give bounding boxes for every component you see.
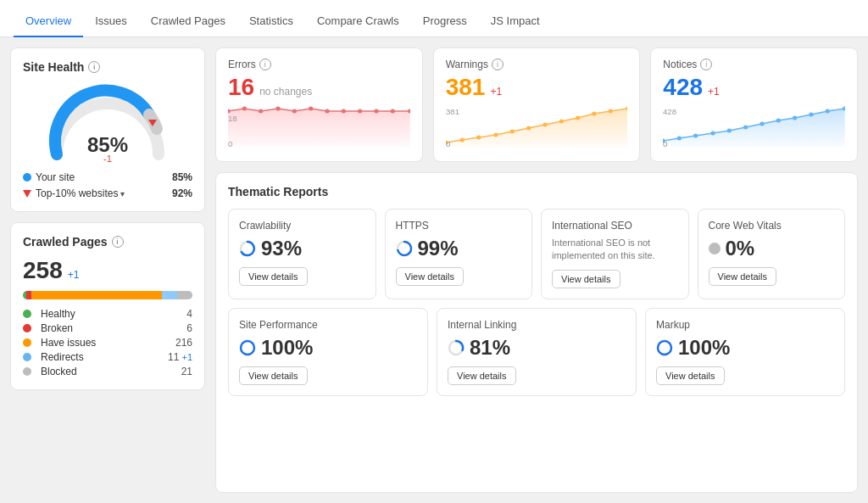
top-sites-label: Top-10% websites (36, 187, 118, 199)
core-web-vitals-pct: 0% (709, 237, 835, 260)
svg-text:0: 0 (228, 140, 232, 148)
svg-point-12 (374, 109, 378, 114)
count-blocked: 21 (181, 366, 192, 377)
notices-chart: 428 0 (663, 104, 845, 151)
tab-js-impact[interactable]: JS Impact (479, 6, 552, 37)
svg-marker-32 (663, 109, 845, 147)
label-blocked: Blocked (41, 366, 77, 377)
top-sites-legend: Top-10% websites ▾ 92% (23, 187, 192, 199)
international-seo-note: International SEO is not implemented on … (552, 237, 678, 263)
errors-label: Errors i (228, 59, 410, 70)
internal-linking-title: Internal Linking (448, 319, 626, 331)
errors-value: 16 (228, 74, 254, 101)
core-web-vitals-title: Core Web Vitals (709, 220, 835, 232)
site-performance-circle-icon (239, 339, 256, 356)
svg-point-7 (292, 109, 297, 114)
crawled-pages-card: Crawled Pages i 258 +1 (10, 222, 205, 390)
internal-linking-circle-icon (448, 339, 465, 356)
report-internal-linking: Internal Linking 81% View details (437, 308, 637, 396)
notices-label-text: Notices (663, 59, 697, 70)
stats-row: Errors i 16 no changes (215, 48, 858, 162)
svg-point-20 (476, 136, 481, 140)
svg-point-10 (342, 109, 346, 114)
notices-change: +1 (708, 86, 720, 98)
label-healthy: Healthy (41, 308, 75, 320)
svg-point-22 (509, 130, 514, 134)
notices-card: Notices i 428 +1 (650, 48, 858, 162)
core-web-vitals-view-details-btn[interactable]: View details (709, 267, 777, 286)
crawlability-view-details-btn[interactable]: View details (239, 267, 308, 286)
warnings-label-text: Warnings (446, 59, 488, 70)
markup-view-details-btn[interactable]: View details (656, 366, 725, 385)
svg-point-39 (760, 122, 765, 126)
svg-point-49 (241, 341, 254, 355)
redirects-delta: +1 (181, 352, 192, 362)
svg-point-36 (711, 131, 715, 136)
thematic-reports-section: Thematic Reports Crawlability 93% (215, 172, 858, 493)
label-broken: Broken (41, 322, 73, 334)
crawl-count: 258 (23, 257, 63, 284)
site-performance-view-details-btn[interactable]: View details (239, 366, 308, 385)
thematic-reports-title: Thematic Reports (228, 185, 845, 198)
international-seo-title: International SEO (552, 220, 678, 232)
warnings-chart: 381 0 (446, 104, 628, 151)
svg-point-43 (826, 109, 830, 114)
svg-point-38 (743, 126, 748, 130)
right-panel: Errors i 16 no changes (215, 48, 858, 493)
internal-linking-view-details-btn[interactable]: View details (448, 366, 516, 385)
tab-issues[interactable]: Issues (83, 6, 139, 37)
markup-circle-icon (656, 339, 673, 356)
tab-overview[interactable]: Overview (14, 6, 83, 37)
legend-healthy: Healthy 4 (23, 308, 192, 320)
crawl-delta: +1 (68, 269, 80, 281)
errors-label-text: Errors (228, 59, 256, 70)
your-site-value: 85% (172, 171, 192, 183)
count-broken: 6 (186, 322, 192, 334)
https-view-details-btn[interactable]: View details (396, 267, 465, 286)
international-seo-view-details-btn[interactable]: View details (552, 270, 620, 288)
warnings-label: Warnings i (446, 59, 628, 70)
crawled-pages-title: Crawled Pages i (23, 235, 192, 249)
legend-broken: Broken 6 (23, 322, 192, 334)
progress-redirects (162, 291, 177, 299)
your-site-label: Your site (36, 171, 75, 183)
warnings-info-icon[interactable]: i (492, 59, 504, 70)
count-healthy: 4 (186, 308, 192, 320)
dot-healthy-icon (23, 310, 31, 318)
top-sites-triangle-icon (23, 190, 31, 198)
markup-pct: 100% (656, 336, 834, 360)
notices-info-icon[interactable]: i (700, 59, 712, 70)
svg-point-40 (776, 119, 781, 123)
warnings-card: Warnings i 381 +1 (433, 48, 641, 162)
svg-point-11 (358, 109, 362, 114)
tab-crawled-pages[interactable]: Crawled Pages (139, 6, 237, 37)
crawlability-title: Crawlability (239, 220, 365, 232)
errors-info-icon[interactable]: i (259, 59, 271, 70)
crawled-pages-label: Crawled Pages (23, 235, 108, 249)
crawl-progress-bar (23, 291, 192, 299)
svg-point-26 (576, 116, 580, 120)
svg-text:381: 381 (446, 108, 459, 116)
warnings-value: 381 (446, 74, 486, 101)
top-sites-caret-icon[interactable]: ▾ (120, 189, 125, 198)
crawled-pages-info-icon[interactable]: i (112, 236, 124, 248)
tab-statistics[interactable]: Statistics (237, 6, 305, 37)
svg-point-27 (592, 112, 596, 116)
https-title: HTTPS (396, 220, 522, 232)
svg-point-13 (391, 109, 395, 114)
gauge-container: 85% -1 (23, 82, 192, 165)
report-https: HTTPS 99% View details (385, 209, 533, 299)
top-sites-value: 92% (172, 187, 192, 199)
tab-progress[interactable]: Progress (411, 6, 479, 37)
tab-compare-crawls[interactable]: Compare Crawls (305, 6, 411, 37)
warnings-change: +1 (490, 86, 502, 98)
errors-chart: 18 0 (228, 104, 410, 151)
gauge-delta: -1 (103, 154, 112, 164)
dot-have-issues-icon (23, 338, 31, 347)
site-health-info-icon[interactable]: i (88, 61, 100, 73)
main-nav: Overview Issues Crawled Pages Statistics… (0, 0, 868, 37)
count-have-issues: 216 (175, 337, 192, 349)
report-site-performance: Site Performance 100% View details (228, 308, 428, 396)
dot-broken-icon (23, 324, 31, 333)
svg-text:0: 0 (446, 140, 450, 148)
